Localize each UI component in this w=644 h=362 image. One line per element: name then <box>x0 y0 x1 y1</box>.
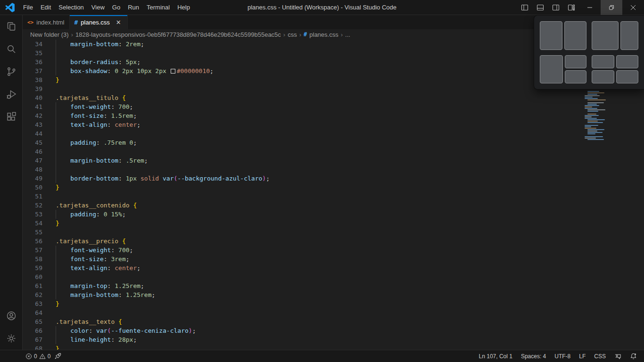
toggle-secondary-sidebar-icon[interactable] <box>548 0 563 15</box>
indent-guide <box>56 210 56 219</box>
notifications-bell-icon[interactable] <box>627 351 639 362</box>
extensions-icon[interactable] <box>0 106 23 128</box>
code-line[interactable]: 42 font-size: 1.5rem; <box>23 111 644 120</box>
snap-zone[interactable] <box>540 21 562 50</box>
indent-guide <box>56 138 56 147</box>
snap-zone[interactable] <box>540 55 563 84</box>
snap-left-plus-stack[interactable] <box>540 55 586 84</box>
code-line-content: border-bottom: 1px solid var(--backgroun… <box>42 174 270 183</box>
customize-layout-icon[interactable] <box>563 0 579 15</box>
breadcrumb-item[interactable]: css <box>288 31 297 38</box>
source-control-icon[interactable] <box>0 60 23 83</box>
snap-zone[interactable] <box>592 21 619 50</box>
tab-close-icon[interactable]: ✕ <box>115 18 123 26</box>
settings-gear-icon[interactable] <box>0 327 23 350</box>
code-line[interactable]: 61 margin-top: 1.25rem; <box>23 281 644 290</box>
line-number: 68 <box>23 344 42 350</box>
breadcrumb-item[interactable]: New folder (3) <box>30 31 69 38</box>
code-line[interactable]: 51 <box>23 192 644 201</box>
encoding-indicator[interactable]: UTF-8 <box>552 351 573 362</box>
line-number: 43 <box>23 120 42 129</box>
snap-zone[interactable] <box>565 55 587 68</box>
tab-planes-css[interactable]: # planes.css ✕ <box>70 15 128 29</box>
snap-two-columns[interactable] <box>540 21 586 50</box>
snap-zone[interactable] <box>564 21 587 50</box>
account-icon[interactable] <box>0 304 23 327</box>
code-line-content: } <box>42 183 59 192</box>
breadcrumb-item[interactable]: 1828-layouts-responsivos-0eb5f677738d89e… <box>75 31 281 38</box>
code-line[interactable]: 47 margin-bottom: .5rem; <box>23 156 644 165</box>
code-line[interactable]: 52.tarjetas__contenido { <box>23 201 644 210</box>
code-line[interactable]: 67 line-height: 28px; <box>23 335 644 344</box>
rocket-icon[interactable] <box>52 351 63 362</box>
run-debug-icon[interactable] <box>0 83 23 106</box>
code-line[interactable]: 49 border-bottom: 1px solid var(--backgr… <box>23 174 644 183</box>
indent-guide <box>56 335 56 344</box>
indent-guide <box>56 147 56 156</box>
code-line[interactable]: 56.tarjetas__precio { <box>23 237 644 246</box>
code-line[interactable]: 59 text-align: center; <box>23 263 644 272</box>
code-line[interactable]: 60 <box>23 272 644 281</box>
code-line[interactable]: 40.tarjetas__titulo { <box>23 93 644 102</box>
code-line[interactable]: 50} <box>23 183 644 192</box>
close-button[interactable] <box>622 0 644 15</box>
titlebar-controls <box>517 0 644 15</box>
code-line[interactable]: 48 <box>23 165 644 174</box>
breadcrumb-item[interactable]: planes.css <box>309 31 338 38</box>
snap-left-wide[interactable] <box>592 21 638 50</box>
minimap[interactable] <box>584 90 617 146</box>
menu-terminal[interactable]: Terminal <box>143 2 173 13</box>
snap-zone[interactable] <box>592 55 614 68</box>
line-number: 52 <box>23 201 42 210</box>
menu-file[interactable]: File <box>19 2 37 13</box>
breadcrumb-item[interactable]: ... <box>345 31 350 38</box>
code-line[interactable]: 41 font-weight: 700; <box>23 102 644 111</box>
menu-help[interactable]: Help <box>173 2 194 13</box>
menu-view[interactable]: View <box>88 2 108 13</box>
cursor-position[interactable]: Ln 107, Col 1 <box>477 351 515 362</box>
code-line[interactable]: 53 padding: 0 15%; <box>23 210 644 219</box>
code-line[interactable]: 44 <box>23 129 644 138</box>
snap-zone[interactable] <box>620 21 638 50</box>
tab-index-html[interactable]: <> index.html <box>23 15 70 29</box>
snap-zone[interactable] <box>592 70 614 83</box>
code-line[interactable]: 63} <box>23 299 644 308</box>
eol-indicator[interactable]: LF <box>577 351 588 362</box>
snap-quadrants[interactable] <box>592 55 638 84</box>
menu-edit[interactable]: Edit <box>37 2 55 13</box>
problems-indicator[interactable]: 0 0 <box>24 351 52 362</box>
code-line[interactable]: 43 text-align: center; <box>23 120 644 129</box>
toggle-primary-sidebar-icon[interactable] <box>517 0 532 15</box>
snap-zone[interactable] <box>616 70 639 83</box>
code-line[interactable]: 64 <box>23 308 644 317</box>
code-line[interactable]: 57 font-weight: 700; <box>23 246 644 255</box>
code-line[interactable]: 45 padding: .75rem 0; <box>23 138 644 147</box>
feedback-icon[interactable] <box>612 351 624 362</box>
code-line[interactable]: 65.tarjetas__texto { <box>23 317 644 326</box>
code-line[interactable]: 46 <box>23 147 644 156</box>
toggle-panel-icon[interactable] <box>532 0 548 15</box>
code-line[interactable]: 55 <box>23 228 644 237</box>
menu-go[interactable]: Go <box>108 2 124 13</box>
minimize-button[interactable] <box>579 0 601 15</box>
code-line[interactable]: 58 font-size: 3rem; <box>23 255 644 263</box>
line-number: 65 <box>23 317 42 326</box>
snap-layout-flyout <box>534 15 644 90</box>
menu-selection[interactable]: Selection <box>55 2 87 13</box>
indent-guide <box>56 281 56 290</box>
code-line[interactable]: 66 color: var(--fuente-ceniza-claro); <box>23 326 644 335</box>
indentation-indicator[interactable]: Spaces: 4 <box>519 351 548 362</box>
restore-button[interactable] <box>601 0 622 15</box>
search-icon[interactable] <box>0 38 23 60</box>
code-line[interactable]: 68} <box>23 344 644 350</box>
language-mode[interactable]: CSS <box>592 351 608 362</box>
indent-guide <box>56 111 56 120</box>
code-line-content: font-weight: 700; <box>42 246 133 255</box>
indent-guide <box>56 49 56 58</box>
code-line[interactable]: 54} <box>23 219 644 228</box>
explorer-icon[interactable] <box>0 15 23 38</box>
code-line[interactable]: 62 margin-bottom: 1.25rem; <box>23 290 644 299</box>
menu-run[interactable]: Run <box>124 2 143 13</box>
snap-zone[interactable] <box>616 55 639 68</box>
snap-zone[interactable] <box>565 70 587 83</box>
